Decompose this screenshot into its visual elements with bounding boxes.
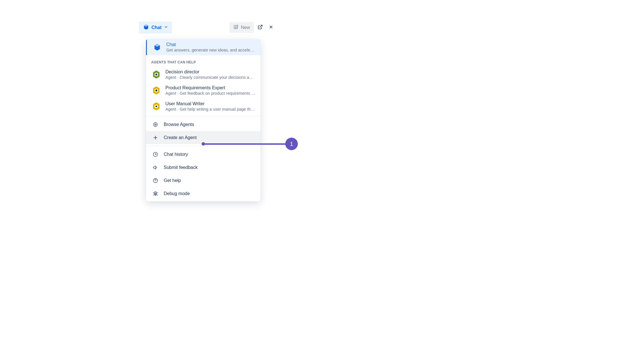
- action-label: Create an Agent: [164, 135, 197, 140]
- chat-selector-label: Chat: [151, 25, 162, 30]
- clock-icon: [152, 151, 159, 158]
- compose-icon: [233, 24, 239, 31]
- agent-title: Product Requirements Expert: [165, 85, 255, 90]
- help-icon: [152, 177, 159, 184]
- annotation-line: [203, 143, 286, 145]
- chat-selector-button[interactable]: Chat: [139, 22, 172, 34]
- agent-decision-director[interactable]: Decision director Agent · Clearly commun…: [146, 67, 261, 82]
- panel-header: Chat New: [135, 19, 277, 36]
- agent-product-requirements-expert[interactable]: Product Requirements Expert Agent · Get …: [146, 82, 261, 98]
- action-label: Browse Agents: [164, 122, 194, 127]
- svg-point-5: [155, 124, 156, 125]
- open-external-button[interactable]: [256, 23, 265, 32]
- agent-subtitle: Agent · Clearly communicate your decisio…: [165, 75, 255, 80]
- action-label: Submit feedback: [164, 165, 198, 170]
- logo-icon: [143, 24, 149, 31]
- action-label: Debug mode: [164, 191, 190, 196]
- agent-icon: [151, 101, 161, 111]
- get-help-button[interactable]: Get help: [146, 174, 261, 187]
- new-button[interactable]: New: [229, 22, 254, 33]
- chat-option-subtitle: Get answers, generate new ideas, and acc…: [166, 48, 255, 52]
- agent-title: Decision director: [165, 69, 255, 75]
- header-actions: New: [229, 22, 276, 33]
- agent-subtitle: Agent · Get feedback on product requirem…: [165, 91, 255, 96]
- svg-point-8: [155, 181, 156, 182]
- agent-icon: [151, 69, 161, 80]
- chat-option-title: Chat: [166, 42, 255, 47]
- chevron-down-icon: [164, 25, 168, 30]
- browse-agents-button[interactable]: Browse Agents: [146, 118, 261, 131]
- agents-section-label: AGENTS THAT CAN HELP: [146, 55, 261, 67]
- megaphone-icon: [152, 164, 159, 171]
- annotation-callout: 1: [203, 138, 298, 150]
- annotation-badge: 1: [285, 138, 298, 150]
- submit-feedback-button[interactable]: Submit feedback: [146, 161, 261, 174]
- new-button-label: New: [241, 25, 250, 30]
- svg-point-4: [155, 106, 157, 107]
- agent-title: User Manual Writer: [165, 101, 255, 106]
- annotation-number: 1: [290, 141, 293, 147]
- debug-mode-button[interactable]: Debug mode: [146, 187, 261, 201]
- external-link-icon: [258, 24, 263, 31]
- close-button[interactable]: [266, 23, 276, 32]
- agent-user-manual-writer[interactable]: User Manual Writer Agent · Get help writ…: [146, 98, 261, 114]
- chat-dropdown-menu: Chat Get answers, generate new ideas, an…: [146, 39, 261, 201]
- action-label: Chat history: [164, 152, 188, 157]
- action-label: Get help: [164, 178, 181, 183]
- browse-icon: [152, 121, 159, 128]
- chat-panel: Chat New: [135, 19, 277, 36]
- agent-subtitle: Agent · Get help writing a user manual p…: [165, 107, 255, 111]
- bug-icon: [152, 191, 159, 197]
- close-icon: [269, 25, 273, 30]
- chat-option[interactable]: Chat Get answers, generate new ideas, an…: [146, 39, 261, 55]
- logo-icon: [152, 42, 162, 52]
- svg-rect-1: [155, 74, 157, 75]
- plus-icon: [152, 135, 159, 141]
- divider: [146, 116, 261, 116]
- agent-icon: [151, 85, 161, 96]
